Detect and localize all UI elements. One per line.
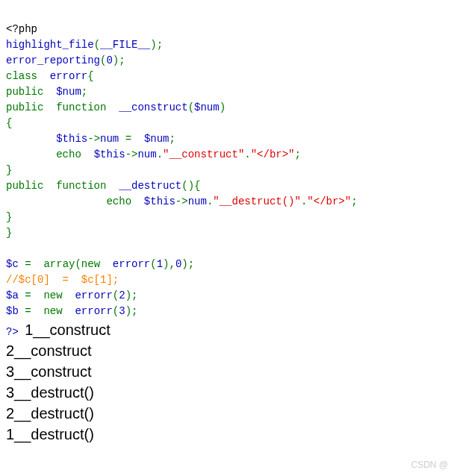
token-func: highlight_file [6, 39, 94, 51]
token-string: "__construct" [163, 148, 244, 160]
token-punct: ); [181, 258, 194, 270]
token-var: $c [6, 258, 25, 270]
token-assign: = array(new [25, 258, 113, 270]
token-concat: . [157, 148, 163, 160]
token-keyword: class [6, 70, 50, 82]
token-punct: ; [295, 148, 301, 160]
token-var: $b [6, 305, 25, 317]
token-punct: ( [113, 305, 119, 317]
token-prop: num [137, 148, 156, 160]
token-punct: ) [220, 101, 226, 113]
token-punct: ; [81, 86, 87, 98]
output-line: 1__construct [25, 322, 111, 338]
token-punct: (){ [181, 180, 200, 192]
php-code-block: <?php highlight_file(__FILE__); error_re… [6, 6, 457, 340]
token-var: $this [94, 148, 125, 160]
token-concat: . [244, 148, 250, 160]
token-class: errorr [75, 305, 112, 317]
token-method: __construct [119, 101, 187, 113]
token-punct: ( [150, 258, 156, 270]
token-var: $this [144, 195, 175, 207]
token-var: $a [6, 289, 25, 301]
token-string: "__destruct()" [213, 195, 301, 207]
token-method: __destruct [119, 180, 181, 192]
output-line: 3__construct [6, 361, 457, 382]
output-line: 2__construct [6, 340, 457, 361]
output-line: 3__destruct() [6, 382, 457, 403]
token-assign: = [125, 133, 144, 145]
token-keyword: public [6, 86, 56, 98]
token-punct: ; [351, 195, 357, 207]
token-num: 2 [119, 289, 125, 301]
token-brace: } [6, 164, 12, 176]
token-assign: = new [25, 289, 75, 301]
output-line: 2__destruct() [6, 403, 457, 424]
token-string: "</br>" [251, 148, 295, 160]
token-prop: num [100, 133, 125, 145]
token-string: "</br>" [307, 195, 351, 207]
php-open-tag: <?php [6, 23, 37, 35]
token-arrow: -> [125, 148, 138, 160]
token-keyword: public function [6, 101, 119, 113]
token-num: 3 [119, 305, 125, 317]
token-punct: ; [169, 133, 175, 145]
token-comment: //$c[0] = $c[1]; [6, 274, 119, 286]
token-punct: ); [150, 39, 163, 51]
token-num: 1 [157, 258, 163, 270]
token-prop: num [188, 195, 207, 207]
token-echo: echo [6, 148, 94, 160]
token-punct: ( [188, 101, 194, 113]
token-punct: ( [113, 289, 119, 301]
token-brace: { [87, 70, 93, 82]
token-arrow: -> [175, 195, 188, 207]
token-keyword: public function [6, 180, 119, 192]
token-var: $num [56, 86, 81, 98]
token-brace: { [6, 117, 12, 129]
token-class: errorr [75, 289, 112, 301]
token-punct: ), [163, 258, 175, 270]
output-line: 1__destruct() [6, 424, 457, 445]
token-punct: ); [125, 289, 138, 301]
token-indent [6, 133, 56, 145]
token-brace: } [6, 211, 12, 223]
token-echo: echo [6, 195, 144, 207]
php-close-tag: ?> [6, 326, 25, 338]
token-var: $num [194, 101, 220, 113]
token-punct: ); [113, 54, 125, 66]
token-punct: ( [94, 39, 100, 51]
token-func: error_reporting [6, 54, 100, 66]
token-brace: } [6, 227, 12, 239]
token-punct: ); [125, 305, 138, 317]
token-assign: = new [25, 305, 75, 317]
token-var: $num [144, 133, 170, 145]
token-class: errorr [50, 70, 87, 82]
token-arrow: -> [87, 133, 100, 145]
token-const: __FILE__ [100, 39, 150, 51]
token-var: $this [56, 133, 87, 145]
token-num: 0 [106, 54, 112, 66]
token-class: errorr [113, 258, 150, 270]
